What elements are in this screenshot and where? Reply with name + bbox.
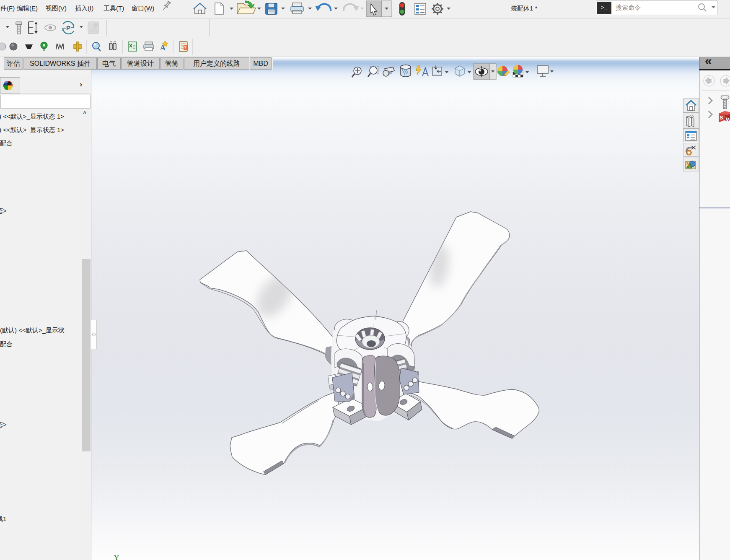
svg-text:?: ? xyxy=(184,45,186,50)
svg-text:W: W xyxy=(726,116,730,123)
svg-text:P: P xyxy=(66,24,70,31)
svg-text:S: S xyxy=(720,114,723,121)
svg-text:Y: Y xyxy=(114,554,119,560)
